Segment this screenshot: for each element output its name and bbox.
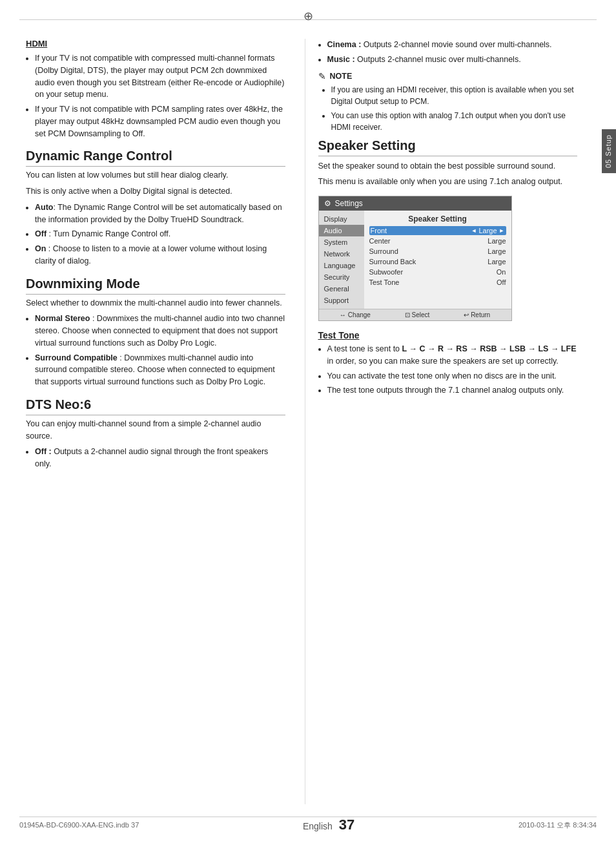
drc-intro2: This is only active when a Dolby Digital…: [26, 185, 285, 198]
cinema-music-list: Cinema : Outputs 2-channel movie sound o…: [327, 39, 578, 66]
speaker-intro1: Set the speaker sound to obtain the best…: [318, 160, 578, 172]
sidebar-item-support: Support: [319, 295, 364, 306]
downmix-intro: Select whether to downmix the multi-chan…: [26, 297, 285, 309]
list-item: Cinema : Outputs 2-channel movie sound o…: [327, 39, 578, 51]
sidebar-item-language: Language: [319, 260, 364, 271]
settings-row-center: Center Large: [369, 236, 506, 245]
settings-footer: ↔ Change ⊡ Select ↩ Return: [319, 309, 511, 320]
dts-title: DTS Neo:6: [26, 397, 285, 415]
list-item: On : Choose to listen to a movie at a lo…: [35, 243, 285, 267]
page-number: 37: [339, 817, 354, 833]
bottom-timestamp: 2010-03-11 오후 8:34:34: [518, 820, 597, 830]
tone-sequence: L → C → R → RS → RSB → LSB → LS → LFE: [402, 344, 577, 353]
note-list: If you are using an HDMI receiver, this …: [331, 84, 578, 133]
list-item: Off : Outputs a 2-channel audio signal t…: [35, 446, 285, 470]
sidebar-item-security: Security: [319, 271, 364, 283]
page-number-area: English 37: [303, 817, 354, 833]
list-item: Surround Compatible : Downmixes multi-ch…: [35, 352, 285, 388]
note-section: ✎ NOTE If you are using an HDMI receiver…: [318, 71, 578, 133]
footer-return: ↩ Return: [464, 311, 490, 318]
row-label-testtone: Test Tone: [369, 278, 400, 286]
settings-header: ⚙ Settings: [319, 196, 511, 211]
arrow-left-icon: ◄: [471, 227, 477, 234]
drc-on-text: : Choose to listen to a movie at a lower…: [35, 244, 267, 265]
list-item: If your TV is not compatible with compre…: [35, 52, 285, 101]
bottom-file-info: 01945A-BD-C6900-XAA-ENG.indb 37: [19, 821, 139, 829]
drc-off-label: Off: [35, 229, 46, 238]
sidebar-item-general: General: [319, 283, 364, 295]
settings-main-title: Speaker Setting: [369, 214, 506, 224]
settings-gear-icon: ⚙: [324, 199, 331, 208]
compass-icon: ⊕: [303, 9, 313, 23]
drc-off-text: : Turn Dynamic Range Control off.: [46, 229, 170, 238]
note-label: ✎ NOTE: [318, 71, 578, 81]
drc-list: Auto: The Dynamic Range Control will be …: [35, 202, 285, 267]
list-item: If you are using an HDMI receiver, this …: [331, 84, 578, 107]
settings-row-testtone: Test Tone Off: [369, 278, 506, 287]
list-item: Auto: The Dynamic Range Control will be …: [35, 202, 285, 226]
cinema-text: Outputs 2-channel movie sound over multi…: [361, 40, 551, 49]
sidebar-item-system: System: [319, 236, 364, 248]
list-item: A test tone is sent to L → C → R → RS → …: [327, 343, 578, 368]
sidebar-item-network: Network: [319, 248, 364, 260]
return-label: Return: [471, 311, 490, 318]
row-label-center: Center: [369, 237, 391, 245]
left-column: HDMI If your TV is not compatible with c…: [26, 39, 305, 804]
dts-off-text: Outputs a 2-channel audio signal through…: [35, 447, 268, 468]
list-item: Music : Outputs 2-channel music over mul…: [327, 54, 578, 66]
right-column: Cinema : Outputs 2-channel movie sound o…: [305, 39, 578, 804]
row-label-subwoofer: Subwoofer: [369, 268, 404, 276]
arrow-right-icon: ►: [499, 227, 505, 234]
row-value-front: ◄ Large ►: [471, 227, 505, 234]
english-label: English: [303, 821, 333, 831]
drc-title: Dynamic Range Control: [26, 149, 285, 167]
normal-stereo-label: Normal Stereo: [35, 314, 90, 323]
row-value-surround: Large: [488, 247, 506, 255]
row-value-testtone: Off: [497, 278, 506, 286]
list-item: The test tone outputs through the 7.1 ch…: [327, 384, 578, 397]
sidebar-item-display: Display: [319, 213, 364, 225]
surround-compat-label: Surround Compatible: [35, 353, 118, 362]
dts-list: Off : Outputs a 2-channel audio signal t…: [35, 446, 285, 470]
settings-sidebar: Display Audio System Network Language Se…: [319, 211, 364, 309]
row-label-surroundback: Surround Back: [369, 258, 416, 265]
page-bottom: 01945A-BD-C6900-XAA-ENG.indb 37 English …: [19, 817, 597, 833]
row-label-surround: Surround: [369, 247, 398, 255]
downmix-list: Normal Stereo : Downmixes the multi-chan…: [35, 313, 285, 388]
settings-header-title: Settings: [335, 199, 363, 208]
drc-on-label: On: [35, 244, 46, 253]
settings-screenshot: ⚙ Settings Display Audio System Network …: [318, 196, 512, 321]
footer-change: ↔ Change: [340, 311, 371, 318]
row-value-center: Large: [488, 237, 506, 245]
drc-intro1: You can listen at low volumes but still …: [26, 169, 285, 182]
row-label-front: Front: [371, 227, 387, 234]
hdmi-heading: HDMI: [26, 39, 285, 48]
music-text: Outputs 2-channel music over multi-chann…: [355, 55, 521, 64]
test-tone-list: A test tone is sent to L → C → R → RS → …: [327, 343, 578, 397]
downmix-title: Downmixing Mode: [26, 276, 285, 295]
settings-row-front: Front ◄ Large ►: [369, 226, 506, 235]
sidebar-item-audio: Audio: [319, 225, 364, 236]
page-container: ⊕ 05 Setup HDMI If your TV is not compat…: [0, 0, 616, 843]
dts-off-label: Off :: [35, 447, 52, 456]
note-text: NOTE: [330, 72, 353, 81]
change-icon: ↔: [340, 311, 346, 318]
drc-auto-text: : The Dynamic Range Control will be set …: [35, 203, 282, 224]
side-tab: 05 Setup: [602, 129, 616, 173]
main-content: HDMI If your TV is not compatible with c…: [26, 39, 577, 804]
settings-row-surroundback: Surround Back Large: [369, 257, 506, 266]
speaker-title: Speaker Setting: [318, 138, 578, 156]
speaker-intro2: This menu is available only when you are…: [318, 176, 578, 188]
dts-intro: You can enjoy multi-channel sound from a…: [26, 418, 285, 442]
list-item: Normal Stereo : Downmixes the multi-chan…: [35, 313, 285, 349]
settings-row-surround: Surround Large: [369, 247, 506, 256]
settings-row-subwoofer: Subwoofer On: [369, 267, 506, 276]
row-value-surroundback: Large: [488, 258, 506, 265]
footer-select: ⊡ Select: [405, 311, 430, 318]
select-icon: ⊡: [405, 311, 410, 318]
note-icon: ✎: [318, 71, 326, 81]
drc-auto-label: Auto: [35, 203, 53, 212]
list-item: You can activate the test tone only when…: [327, 370, 578, 382]
select-label: Select: [412, 311, 430, 318]
change-label: Change: [348, 311, 371, 318]
